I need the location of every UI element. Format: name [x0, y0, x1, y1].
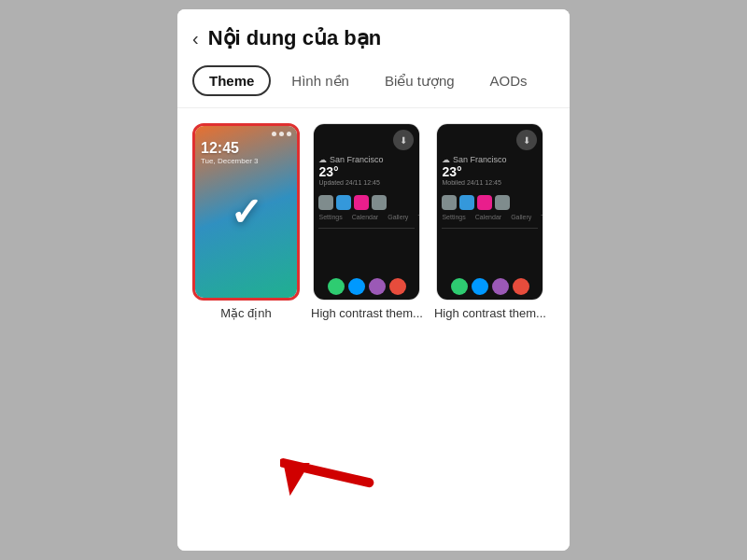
status-bar: [201, 132, 291, 136]
signal-icon: [272, 132, 276, 136]
gallery-icon: [354, 195, 369, 210]
back-button[interactable]: ‹: [192, 28, 199, 49]
dark-theme-background-2: ⬇ ☁ San Francisco 23° Mobiled 24/11 12:4…: [437, 124, 543, 300]
tabs-bar: Theme Hình nền Biểu tượng AODs: [177, 58, 570, 108]
updated-label-1: Updated 24/11 12:45: [318, 179, 415, 186]
theme-preview-dark-2: ⬇ ☁ San Francisco 23° Mobiled 24/11 12:4…: [436, 123, 543, 301]
weather-label-2: ☁ San Francisco: [442, 155, 538, 164]
arrow-svg: [280, 407, 392, 519]
settings-icon: [318, 195, 333, 210]
download-icon-1: ⬇: [393, 130, 414, 150]
red-arrow-annotation: [280, 407, 392, 523]
tools-icon-2: [495, 195, 510, 210]
divider-1: [318, 228, 415, 234]
gallery-icon-2: [477, 195, 492, 210]
clock-display: 12:45: [201, 140, 291, 157]
message-icon-2: [472, 278, 488, 295]
temp-display-1: 23°: [318, 164, 415, 179]
theme-label-dark-1: High contrast them...: [311, 306, 423, 320]
temp-display-2: 23°: [442, 164, 538, 179]
theme-preview-default: 12:45 Tue, December 3 ✓: [192, 123, 300, 301]
youtube-icon-1: [389, 278, 406, 295]
phone-icon-1: [328, 278, 345, 295]
phone-icon-2: [451, 278, 468, 295]
weather-label-1: ☁ San Francisco: [318, 155, 415, 164]
download-icon-2: ⬇: [516, 130, 537, 150]
browser-icon-1: [369, 278, 386, 295]
wifi-icon: [279, 132, 284, 136]
tab-icons[interactable]: Biểu tượng: [370, 67, 470, 95]
updated-label-2: Mobiled 24/11 12:45: [442, 179, 538, 186]
calendar-icon-2: [459, 195, 474, 210]
theme-label-dark-2: High contrast them...: [434, 306, 546, 320]
tools-icon: [372, 195, 387, 210]
tab-wallpaper[interactable]: Hình nền: [276, 67, 364, 95]
bottom-bar-2: [442, 278, 538, 295]
app-icons-row-1: [318, 195, 415, 210]
theme-grid: 12:45 Tue, December 3 ✓ Mặc định ⬇ ☁ San…: [177, 108, 570, 551]
app-labels-2: SettingsCalendarGalleryTools: [442, 214, 538, 220]
header: ‹ Nội dung của bạn: [177, 9, 570, 58]
phone-frame: ‹ Nội dung của bạn Theme Hình nền Biểu t…: [177, 9, 570, 551]
tab-aods[interactable]: AODs: [475, 67, 543, 94]
settings-icon-2: [442, 195, 457, 210]
tab-theme[interactable]: Theme: [192, 65, 271, 96]
divider-2: [442, 228, 538, 234]
battery-icon: [287, 132, 291, 136]
default-theme-background: 12:45 Tue, December 3 ✓: [195, 126, 297, 298]
app-icons-row-2: [442, 195, 538, 210]
dark-theme-background-1: ⬇ ☁ San Francisco 23° Updated 24/11 12:4…: [314, 124, 419, 300]
youtube-icon-2: [513, 278, 529, 295]
date-display: Tue, December 3: [201, 157, 291, 165]
browser-icon-2: [492, 278, 509, 295]
selected-checkmark: ✓: [230, 189, 262, 235]
calendar-icon: [336, 195, 351, 210]
message-icon-1: [348, 278, 365, 295]
page-title: Nội dung của bạn: [208, 26, 381, 50]
theme-item-dark-2[interactable]: ⬇ ☁ San Francisco 23° Mobiled 24/11 12:4…: [434, 123, 546, 536]
bottom-bar-1: [318, 278, 415, 295]
app-labels-1: SettingsCalendarGalleryTools: [318, 214, 415, 220]
theme-preview-dark-1: ⬇ ☁ San Francisco 23° Updated 24/11 12:4…: [313, 123, 420, 301]
theme-label-default: Mặc định: [220, 306, 272, 320]
